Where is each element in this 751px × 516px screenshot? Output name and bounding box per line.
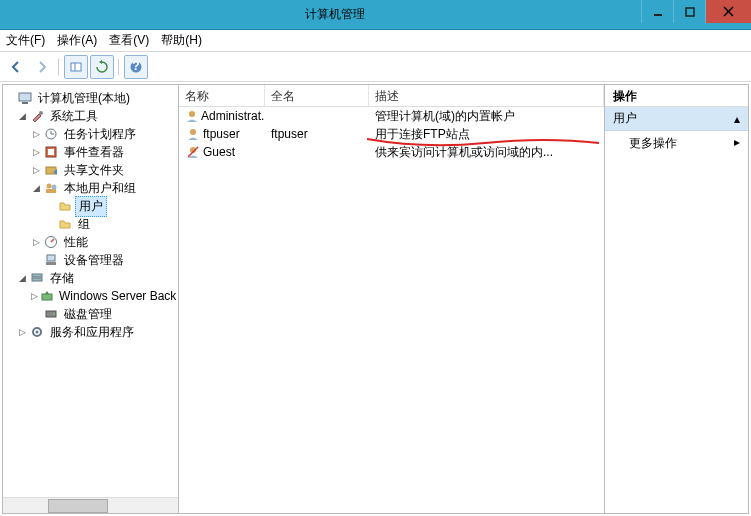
twisty-collapse-icon[interactable]: ◢	[17, 111, 27, 121]
list-pane: 名称 全名 描述 Administrat...管理计算机(域)的内置帐户ftpu…	[179, 85, 605, 513]
user-fullname	[265, 151, 369, 153]
list-header: 名称 全名 描述	[179, 85, 604, 107]
svg-point-28	[53, 313, 55, 315]
window-title: 计算机管理	[28, 6, 641, 23]
svg-rect-4	[71, 63, 81, 71]
toolbar-scope-button[interactable]	[64, 55, 88, 79]
device-icon	[43, 252, 59, 268]
twisty-expand-icon[interactable]: ▷	[31, 237, 41, 247]
svg-point-17	[47, 184, 52, 189]
user-fullname	[265, 115, 369, 117]
column-fullname[interactable]: 全名	[265, 85, 369, 106]
tree-event-viewer[interactable]: ▷ 事件查看器	[5, 143, 176, 161]
svg-rect-24	[32, 274, 42, 277]
svg-rect-15	[48, 149, 54, 155]
twisty-expand-icon[interactable]: ▷	[31, 147, 41, 157]
menu-bar: 文件(F) 操作(A) 查看(V) 帮助(H)	[0, 30, 751, 52]
folder-icon	[57, 216, 73, 232]
svg-point-31	[189, 111, 195, 117]
menu-view[interactable]: 查看(V)	[109, 32, 149, 49]
twisty-expand-icon[interactable]: ▷	[31, 165, 41, 175]
tree-disk-management[interactable]: 磁盘管理	[5, 305, 176, 323]
tree-windows-backup[interactable]: ▷ Windows Server Back	[5, 287, 176, 305]
twisty-collapse-icon[interactable]: ◢	[17, 273, 27, 283]
menu-help[interactable]: 帮助(H)	[161, 32, 202, 49]
user-icon	[185, 108, 199, 124]
user-name: Administrat...	[201, 109, 265, 123]
user-name: Guest	[203, 145, 235, 159]
services-icon	[29, 324, 45, 340]
tree-local-users-groups[interactable]: ◢ 本地用户和组	[5, 179, 176, 197]
twisty-expand-icon[interactable]: ▷	[31, 129, 41, 139]
back-button[interactable]	[4, 55, 28, 79]
column-description[interactable]: 描述	[369, 85, 604, 106]
svg-rect-9	[22, 102, 28, 104]
users-groups-icon	[43, 180, 59, 196]
svg-rect-1	[686, 8, 694, 16]
menu-action[interactable]: 操作(A)	[57, 32, 97, 49]
user-row[interactable]: Guest供来宾访问计算机或访问域的内...	[179, 143, 604, 161]
disk-icon	[43, 306, 59, 322]
tree-users[interactable]: 用户	[5, 197, 176, 215]
svg-rect-8	[19, 93, 31, 101]
svg-text:?: ?	[132, 60, 139, 73]
user-row[interactable]: ftpuserftpuser用于连接FTP站点	[179, 125, 604, 143]
computer-icon	[17, 90, 33, 106]
svg-point-30	[36, 331, 39, 334]
svg-rect-19	[46, 189, 56, 193]
user-fullname: ftpuser	[265, 126, 369, 142]
folder-share-icon	[43, 162, 59, 178]
tree-services[interactable]: ▷ 服务和应用程序	[5, 323, 176, 341]
tree-device-manager[interactable]: 设备管理器	[5, 251, 176, 269]
svg-rect-25	[32, 278, 42, 281]
event-icon	[43, 144, 59, 160]
tree-pane: 计算机管理(本地) ◢ 系统工具 ▷ 任务计划程序 ▷ 事件查看器 ▷ 共享文件…	[3, 85, 179, 513]
action-pane: 操作 用户 ▴ 更多操作 ▸	[605, 85, 748, 513]
maximize-button[interactable]	[673, 0, 705, 23]
tree-groups[interactable]: 组	[5, 215, 176, 233]
action-pane-header: 操作	[605, 85, 748, 107]
twisty-expand-icon[interactable]: ▷	[17, 327, 27, 337]
user-description: 供来宾访问计算机或访问域的内...	[369, 143, 604, 162]
menu-file[interactable]: 文件(F)	[6, 32, 45, 49]
tree-root[interactable]: 计算机管理(本地)	[5, 89, 176, 107]
twisty-expand-icon[interactable]: ▷	[31, 291, 38, 301]
tree-task-scheduler[interactable]: ▷ 任务计划程序	[5, 125, 176, 143]
forward-button[interactable]	[30, 55, 54, 79]
user-icon	[185, 126, 201, 142]
tree-storage[interactable]: ◢ 存储	[5, 269, 176, 287]
twisty-collapse-icon[interactable]: ◢	[31, 183, 41, 193]
svg-point-32	[190, 129, 196, 135]
user-description: 管理计算机(域)的内置帐户	[369, 107, 604, 126]
backup-icon	[40, 288, 54, 304]
tree-scrollbar[interactable]	[3, 497, 178, 513]
action-more[interactable]: 更多操作 ▸	[605, 131, 748, 156]
close-button[interactable]	[705, 0, 751, 23]
svg-rect-26	[42, 294, 52, 300]
svg-point-18	[52, 185, 57, 190]
toolbar-help-button[interactable]: ?	[124, 55, 148, 79]
toolbar-refresh-button[interactable]	[90, 55, 114, 79]
svg-rect-23	[46, 262, 56, 265]
action-group-users[interactable]: 用户 ▴	[605, 107, 748, 131]
folder-icon	[57, 198, 73, 214]
performance-icon	[43, 234, 59, 250]
collapse-icon: ▴	[734, 112, 740, 126]
user-row[interactable]: Administrat...管理计算机(域)的内置帐户	[179, 107, 604, 125]
tree-shared-folders[interactable]: ▷ 共享文件夹	[5, 161, 176, 179]
tree-performance[interactable]: ▷ 性能	[5, 233, 176, 251]
content-area: 计算机管理(本地) ◢ 系统工具 ▷ 任务计划程序 ▷ 事件查看器 ▷ 共享文件…	[2, 84, 749, 514]
toolbar: ?	[0, 52, 751, 82]
minimize-button[interactable]	[641, 0, 673, 23]
clock-icon	[43, 126, 59, 142]
title-bar: 计算机管理	[0, 0, 751, 30]
storage-icon	[29, 270, 45, 286]
svg-rect-22	[47, 255, 55, 261]
tools-icon	[29, 108, 45, 124]
user-name: ftpuser	[203, 127, 240, 141]
toolbar-separator	[58, 58, 60, 76]
user-icon	[185, 144, 201, 160]
tree-system-tools[interactable]: ◢ 系统工具	[5, 107, 176, 125]
column-name[interactable]: 名称	[179, 85, 265, 106]
toolbar-separator	[118, 58, 120, 76]
